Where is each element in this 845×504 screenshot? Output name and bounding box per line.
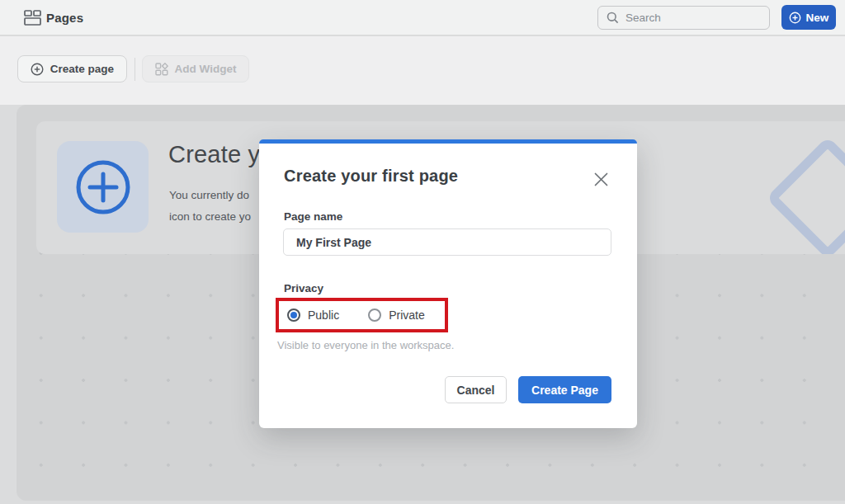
privacy-private-label: Private (389, 309, 425, 322)
page-title: Pages (46, 11, 83, 25)
create-page-modal: Create your first page Page name Privacy… (259, 139, 637, 428)
close-icon[interactable] (591, 169, 611, 189)
privacy-label: Privacy (284, 282, 323, 294)
plus-circle-icon (31, 63, 44, 76)
app-header: Pages New (0, 0, 845, 35)
search-icon (607, 12, 619, 24)
cancel-button[interactable]: Cancel (445, 376, 507, 403)
create-page-tile[interactable] (57, 141, 149, 233)
pages-icon (24, 10, 41, 26)
privacy-radio-private[interactable]: Private (368, 309, 425, 322)
empty-state-heading: Create y (168, 141, 260, 168)
empty-state-text-line2: icon to create yo (169, 210, 251, 223)
create-page-submit-button[interactable]: Create Page (518, 376, 611, 403)
toolbar: Create page Add Widget (0, 36, 845, 105)
privacy-highlight-box: Public Private (276, 298, 448, 332)
search-input[interactable] (625, 12, 761, 24)
privacy-help-text: Visible to everyone in the workspace. (277, 339, 454, 351)
privacy-radio-public[interactable]: Public (287, 309, 339, 322)
create-page-button-label: Create page (50, 63, 114, 75)
add-widget-button-label: Add Widget (175, 63, 237, 75)
radio-unselected-icon (368, 309, 381, 322)
search-box[interactable] (597, 6, 770, 30)
page-name-input[interactable] (283, 228, 611, 256)
page-name-label: Page name (284, 210, 342, 223)
plus-circle-icon (74, 158, 132, 216)
radio-selected-icon (287, 309, 300, 322)
toolbar-divider (135, 58, 135, 81)
modal-title: Create your first page (284, 167, 458, 186)
add-widget-button[interactable]: Add Widget (142, 55, 249, 82)
widgets-icon (155, 63, 168, 76)
privacy-public-label: Public (308, 309, 339, 322)
decorative-diamond (766, 136, 845, 254)
modal-accent-bar (259, 139, 637, 144)
new-button-label: New (806, 12, 829, 24)
plus-circle-icon (789, 12, 801, 24)
new-button[interactable]: New (781, 5, 836, 30)
create-page-button[interactable]: Create page (17, 55, 127, 82)
empty-state-text-line1: You currently do (169, 189, 249, 201)
